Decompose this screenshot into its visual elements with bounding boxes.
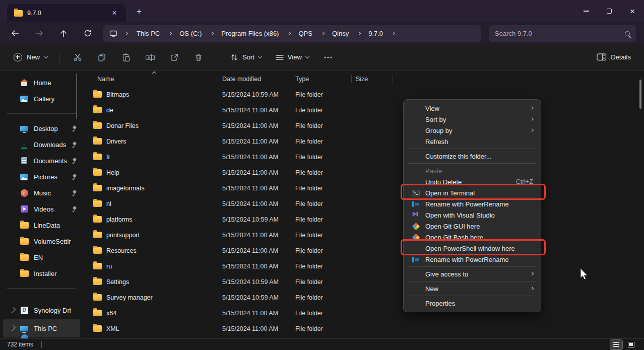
up-button[interactable]	[55, 25, 72, 41]
breadcrumb-chevron-icon[interactable]	[392, 32, 395, 35]
file-row-donar-files[interactable]: Donar Files 5/15/2024 11:00 AM File fold…	[87, 118, 636, 133]
breadcrumb-os-c-[interactable]: OS (C:)	[175, 28, 217, 39]
file-row-bitmaps[interactable]: Bitmaps 5/15/2024 10:59 AM File folder	[87, 87, 636, 102]
sidebar-item-installer[interactable]: Installer	[3, 265, 80, 282]
file-row-help[interactable]: Help 5/15/2024 11:00 AM File folder	[87, 165, 636, 180]
file-row-printsupport[interactable]: printsupport 5/15/2024 11:00 AM File fol…	[87, 227, 636, 243]
breadcrumb[interactable]: This PC OS (C:) Program Files (x86) QPS	[103, 25, 481, 42]
menu-item-customize-this-folder...[interactable]: Customize this folder...	[404, 151, 541, 162]
sidebar-scrollbar[interactable]	[76, 74, 77, 119]
sidebar-item-music[interactable]: Music	[3, 185, 80, 201]
delete-button[interactable]	[188, 48, 209, 66]
minimize-icon	[584, 11, 589, 11]
explorer-tab[interactable]: 9.7.0 ×	[7, 4, 126, 22]
breadcrumb-chevron-icon[interactable]	[321, 32, 325, 35]
sidebar-item-volumesettings[interactable]: VolumeSettings	[3, 233, 80, 249]
downloads-icon	[21, 141, 28, 149]
menu-item-open-git-gui-here[interactable]: Open Git GUI here	[404, 221, 541, 232]
file-list-scrollbar[interactable]	[639, 80, 641, 109]
sidebar-item-pictures[interactable]: Pictures	[3, 169, 80, 185]
breadcrumb-chevron-icon[interactable]	[168, 32, 172, 35]
menu-item-give-access-to[interactable]: Give access to	[404, 268, 541, 279]
file-row-settings[interactable]: Settings 5/15/2024 10:59 AM File folder	[87, 274, 636, 290]
sidebar-item-home[interactable]: Home	[3, 75, 80, 91]
rename-button[interactable]: A	[140, 48, 161, 66]
file-row-x64[interactable]: x64 5/15/2024 11:00 AM File folder	[87, 305, 636, 321]
file-row-platforms[interactable]: platforms 5/15/2024 10:59 AM File folder	[87, 212, 636, 227]
menu-item-rename-with-powerrename[interactable]: Rename with PowerRename	[404, 198, 541, 209]
minimize-button[interactable]	[574, 0, 598, 22]
menu-item-new[interactable]: New	[404, 283, 541, 294]
sidebar-item-synology-drive-[interactable]: Synology Drive ·	[3, 301, 80, 319]
breadcrumb-qps[interactable]: QPS	[294, 28, 327, 39]
sidebar-item-documents[interactable]: Documents	[3, 153, 80, 169]
maximize-button[interactable]	[598, 0, 621, 22]
menu-item-paste[interactable]: Paste	[404, 165, 541, 176]
menu-item-properties[interactable]: Properties	[404, 298, 541, 309]
tab-close-icon[interactable]: ×	[108, 7, 121, 19]
column-header-size[interactable]: Size	[352, 74, 393, 85]
file-row-resources[interactable]: Resources 5/15/2024 11:00 AM File folder	[87, 243, 636, 258]
breadcrumb-program-files-x86-[interactable]: Program Files (x86)	[217, 28, 294, 39]
sort-button[interactable]: Sort	[225, 50, 267, 65]
refresh-button[interactable]	[80, 25, 96, 41]
menu-item-group-by[interactable]: Group by	[404, 125, 541, 136]
file-row-xml[interactable]: XML 5/15/2024 11:00 AM File folder	[87, 321, 636, 336]
view-button[interactable]: View	[271, 50, 314, 64]
new-tab-button[interactable]: +	[132, 5, 146, 18]
breadcrumb-qinsy[interactable]: Qinsy	[328, 28, 364, 39]
view-icon	[276, 54, 284, 61]
thumbnail-view-button[interactable]	[625, 340, 637, 349]
paste-button[interactable]	[115, 48, 137, 66]
file-row-ru[interactable]: ru 5/15/2024 11:00 AM File folder	[87, 258, 636, 274]
sidebar-item-this-pc[interactable]: This PC	[3, 319, 80, 337]
column-header-date-modified[interactable]: Date modified	[218, 74, 291, 85]
mouse-cursor	[579, 267, 589, 283]
folder-icon	[93, 91, 102, 98]
menu-item-view[interactable]: View	[404, 103, 541, 114]
file-row-drivers[interactable]: Drivers 5/15/2024 11:00 AM File folder	[87, 133, 636, 149]
new-button[interactable]: New	[8, 49, 53, 65]
navigation-pane: Home Gallery Desktop Dow	[0, 71, 83, 338]
menu-item-refresh[interactable]: Refresh	[404, 136, 541, 147]
breadcrumb-this-pc[interactable]: This PC	[132, 28, 175, 39]
sidebar-item-linedata[interactable]: LineData	[3, 217, 80, 233]
more-options-button[interactable]	[317, 48, 339, 66]
column-header-name[interactable]: Name	[87, 74, 218, 85]
breadcrumb-9.7.0[interactable]: 9.7.0	[364, 28, 398, 39]
search-box[interactable]	[489, 25, 636, 42]
breadcrumb-chevron-icon[interactable]	[357, 32, 361, 35]
menu-item-rename-with-powerrename[interactable]: Rename with PowerRename	[404, 254, 541, 265]
share-button[interactable]	[164, 48, 185, 66]
back-button[interactable]	[7, 25, 23, 41]
file-row-imageformats[interactable]: imageformats 5/15/2024 11:00 AM File fol…	[87, 180, 636, 196]
breadcrumb-chevron-icon	[124, 32, 128, 35]
expand-chevron-icon[interactable]	[10, 307, 15, 313]
details-view-button[interactable]	[610, 340, 622, 349]
sidebar-item-en[interactable]: EN	[3, 249, 80, 265]
powerrename-icon	[412, 256, 419, 263]
sidebar-item-videos[interactable]: Videos	[3, 201, 80, 217]
column-header-type[interactable]: Type	[291, 74, 352, 85]
breadcrumb-chevron-icon[interactable]	[287, 32, 291, 35]
forward-button[interactable]	[31, 25, 47, 41]
search-input[interactable]	[495, 30, 625, 37]
details-pane-button[interactable]: Details	[592, 50, 636, 64]
search-icon[interactable]	[625, 31, 630, 36]
file-row-nl[interactable]: nl 5/15/2024 11:00 AM File folder	[87, 196, 636, 212]
menu-item-open-with-visual-studio[interactable]: Open with Visual Studio	[404, 209, 541, 221]
file-row-fr[interactable]: fr 5/15/2024 11:00 AM File folder	[87, 149, 636, 165]
cut-button[interactable]	[67, 48, 88, 66]
share-icon	[170, 53, 179, 62]
sidebar-item-desktop[interactable]: Desktop	[3, 120, 80, 136]
menu-item-sort-by[interactable]: Sort by	[404, 114, 541, 125]
close-button[interactable]: ×	[621, 0, 644, 22]
sidebar-item-gallery[interactable]: Gallery	[3, 91, 80, 107]
breadcrumb-chevron-icon[interactable]	[210, 32, 214, 35]
forward-arrow-icon	[35, 29, 44, 37]
copy-button[interactable]	[91, 48, 112, 66]
sidebar-item-downloads[interactable]: Downloads	[3, 136, 80, 153]
file-row-survey-manager[interactable]: Survey manager 5/15/2024 10:59 AM File f…	[87, 290, 636, 305]
file-row-de[interactable]: de 5/15/2024 11:00 AM File folder	[87, 102, 636, 118]
expand-chevron-icon[interactable]	[10, 325, 15, 331]
